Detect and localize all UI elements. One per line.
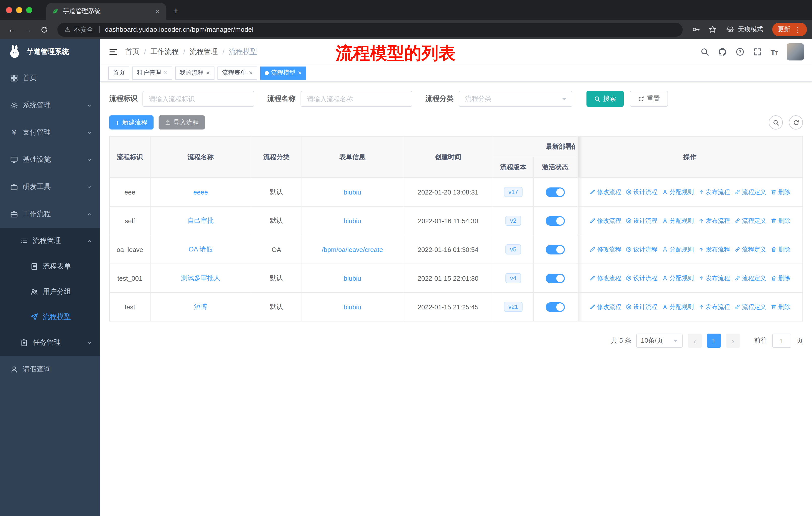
design-process-link[interactable]: 设计流程 [626, 245, 658, 254]
form-info-link[interactable]: biubiu [344, 303, 361, 311]
modify-process-link[interactable]: 修改流程 [589, 216, 621, 225]
design-process-link[interactable]: 设计流程 [626, 216, 658, 225]
breadcrumb-workflow[interactable]: 工作流程 [150, 47, 179, 56]
tag-process-model[interactable]: 流程模型 × [260, 66, 306, 79]
prev-page-button[interactable]: ‹ [688, 333, 702, 348]
sidebar-item-process-form[interactable]: 流程表单 [0, 254, 100, 279]
forward-icon[interactable]: → [21, 22, 35, 36]
assign-rule-link[interactable]: 分配规则 [662, 274, 694, 282]
app-logo[interactable]: 芋道管理系统 [0, 39, 100, 64]
goto-page-input[interactable] [772, 333, 791, 348]
sidebar-item-task-management[interactable]: 任务管理 [0, 330, 100, 356]
question-icon[interactable] [735, 47, 744, 56]
page-number-button[interactable]: 1 [707, 333, 721, 348]
modify-process-link[interactable]: 修改流程 [589, 274, 621, 282]
process-name-link[interactable]: eeee [193, 188, 208, 196]
assign-rule-link[interactable]: 分配规则 [662, 303, 694, 311]
delete-link[interactable]: 删除 [771, 274, 790, 282]
breadcrumb-home[interactable]: 首页 [125, 47, 140, 56]
close-icon[interactable]: × [249, 70, 253, 76]
font-size-icon[interactable]: TT [771, 48, 778, 56]
password-key-icon[interactable] [692, 25, 700, 34]
sidebar-item-leave-query[interactable]: 请假查询 [0, 356, 100, 383]
close-icon[interactable]: × [298, 70, 302, 76]
tag-my-process[interactable]: 我的流程 × [175, 66, 214, 79]
close-icon[interactable]: × [164, 70, 167, 76]
sidebar-item-infrastructure[interactable]: 基础设施 [0, 146, 100, 173]
form-info-link[interactable]: biubiu [344, 188, 361, 196]
process-definition-link[interactable]: 流程定义 [734, 274, 766, 282]
process-id-input[interactable] [142, 91, 254, 107]
delete-link[interactable]: 删除 [771, 216, 790, 225]
publish-process-link[interactable]: 发布流程 [698, 188, 730, 196]
user-avatar[interactable] [787, 43, 804, 60]
process-category-select[interactable]: 流程分类 [459, 91, 572, 107]
breadcrumb-process-management[interactable]: 流程管理 [190, 47, 218, 56]
publish-process-link[interactable]: 发布流程 [698, 303, 730, 311]
design-process-link[interactable]: 设计流程 [626, 303, 658, 311]
import-process-button[interactable]: 导入流程 [158, 115, 205, 130]
active-toggle[interactable] [546, 216, 565, 225]
sidebar-item-dev-tools[interactable]: 研发工具 [0, 173, 100, 200]
publish-process-link[interactable]: 发布流程 [698, 216, 730, 225]
delete-link[interactable]: 删除 [771, 245, 790, 254]
minimize-window-button[interactable] [16, 7, 22, 13]
back-icon[interactable]: ← [5, 22, 19, 36]
active-toggle[interactable] [546, 302, 565, 312]
hamburger-icon[interactable] [108, 47, 118, 57]
process-definition-link[interactable]: 流程定义 [734, 216, 766, 225]
github-icon[interactable] [718, 47, 727, 56]
sidebar-item-system-management[interactable]: 系统管理 [0, 92, 100, 119]
search-button[interactable]: 搜索 [586, 91, 624, 107]
process-name-link[interactable]: 滔博 [194, 303, 207, 310]
refresh-table-button[interactable] [789, 115, 803, 130]
form-info-link[interactable]: biubiu [344, 274, 361, 282]
menu-kebab-icon[interactable]: ⋮ [794, 25, 802, 33]
sidebar-item-workflow[interactable]: 工作流程 [0, 200, 100, 228]
delete-link[interactable]: 删除 [771, 303, 790, 311]
publish-process-link[interactable]: 发布流程 [698, 274, 730, 282]
sidebar-item-process-management[interactable]: 流程管理 [0, 228, 100, 254]
modify-process-link[interactable]: 修改流程 [589, 303, 621, 311]
reset-button[interactable]: 重置 [630, 91, 668, 107]
process-definition-link[interactable]: 流程定义 [734, 303, 766, 311]
fullscreen-icon[interactable] [753, 47, 762, 56]
process-definition-link[interactable]: 流程定义 [734, 188, 766, 196]
assign-rule-link[interactable]: 分配规则 [662, 188, 694, 196]
design-process-link[interactable]: 设计流程 [626, 274, 658, 282]
modify-process-link[interactable]: 修改流程 [589, 188, 621, 196]
design-process-link[interactable]: 设计流程 [626, 188, 658, 196]
close-icon[interactable]: × [206, 70, 210, 76]
close-window-button[interactable] [6, 7, 12, 13]
active-toggle[interactable] [546, 273, 565, 283]
process-name-link[interactable]: 测试多审批人 [181, 274, 220, 282]
form-info-link[interactable]: /bpm/oa/leave/create [322, 246, 383, 253]
browser-tab[interactable]: 芋道管理系统 × [46, 3, 166, 20]
process-name-link[interactable]: 自己审批 [187, 217, 214, 224]
form-info-link[interactable]: biubiu [344, 217, 361, 224]
active-toggle[interactable] [546, 187, 565, 197]
process-name-link[interactable]: OA 请假 [188, 245, 212, 253]
sidebar-item-process-model[interactable]: 流程模型 [0, 304, 100, 330]
sidebar-item-home[interactable]: 首页 [0, 64, 100, 92]
sidebar-item-user-group[interactable]: 用户分组 [0, 279, 100, 304]
bookmark-star-icon[interactable] [708, 25, 717, 34]
modify-process-link[interactable]: 修改流程 [589, 245, 621, 254]
active-toggle[interactable] [546, 245, 565, 254]
toggle-search-button[interactable] [769, 115, 783, 130]
close-tab-icon[interactable]: × [153, 7, 161, 16]
page-size-select[interactable]: 10条/页 [636, 333, 683, 348]
process-definition-link[interactable]: 流程定义 [734, 245, 766, 254]
publish-process-link[interactable]: 发布流程 [698, 245, 730, 254]
tag-home[interactable]: 首页 [108, 66, 129, 79]
assign-rule-link[interactable]: 分配规则 [662, 245, 694, 254]
browser-update-button[interactable]: 更新 ⋮ [772, 23, 807, 36]
assign-rule-link[interactable]: 分配规则 [662, 216, 694, 225]
tag-tenant-management[interactable]: 租户管理 × [133, 66, 172, 79]
search-icon[interactable] [700, 47, 709, 56]
sidebar-item-payment-management[interactable]: ¥ 支付管理 [0, 119, 100, 146]
process-name-input[interactable] [300, 91, 412, 107]
next-page-button[interactable]: › [726, 333, 740, 348]
delete-link[interactable]: 删除 [771, 188, 790, 196]
create-process-button[interactable]: + 新建流程 [109, 115, 153, 130]
